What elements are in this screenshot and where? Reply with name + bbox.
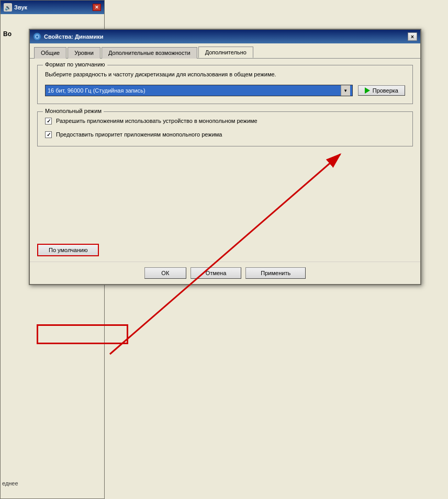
main-dialog: Свойства: Динамики × Общие Уровни Дополн…: [29, 29, 421, 285]
tab-levels[interactable]: Уровни: [68, 47, 100, 59]
apply-button[interactable]: Применить: [245, 267, 306, 279]
bg-side-text: Во: [3, 30, 12, 38]
dialog-title: Свойства: Динамики: [44, 33, 405, 40]
bg-titlebar: 🔊 Звук ✕: [1, 1, 104, 14]
bg-close-button[interactable]: ✕: [93, 4, 101, 11]
dialog-icon: [33, 32, 41, 41]
tab-general[interactable]: Общие: [34, 47, 66, 59]
format-select-text: 16 бит, 96000 Гц (Студийная запись): [48, 87, 341, 94]
default-button-area: По умолчанию: [30, 244, 420, 262]
test-button-label: Проверка: [373, 87, 398, 94]
format-description: Выберите разрядность и частоту дискретиз…: [45, 71, 405, 78]
monopoly-group-label: Монопольный режим: [43, 108, 104, 114]
play-icon: [365, 87, 370, 94]
format-group-label: Формат по умолчанию: [43, 61, 107, 67]
checkbox-row-1: Разрешить приложениям использовать устро…: [45, 117, 405, 125]
tab-advanced-features[interactable]: Дополнительные возможности: [102, 47, 197, 59]
checkbox-allow-exclusive-label: Разрешить приложениям использовать устро…: [56, 117, 257, 125]
spacer: [37, 154, 413, 237]
tabs-container: Общие Уровни Дополнительные возможности …: [30, 43, 420, 58]
test-button[interactable]: Проверка: [358, 85, 405, 96]
dialog-close-button[interactable]: ×: [408, 32, 417, 41]
checkbox-priority-exclusive[interactable]: [45, 131, 52, 138]
bg-bottom-text: еднее: [0, 478, 20, 489]
cancel-button[interactable]: Отмена: [191, 267, 241, 279]
format-row: 16 бит, 96000 Гц (Студийная запись) Пров…: [45, 85, 405, 96]
format-dropdown-arrow[interactable]: [341, 85, 350, 96]
checkbox-priority-exclusive-label: Предоставить приоритет приложениям моноп…: [56, 131, 222, 139]
dialog-titlebar: Свойства: Динамики ×: [30, 30, 420, 43]
monopoly-group-box: Монопольный режим Разрешить приложениям …: [37, 111, 413, 146]
bg-window-icon: 🔊: [4, 3, 12, 12]
dialog-footer: ОК Отмена Применить: [30, 262, 420, 284]
default-button[interactable]: По умолчанию: [37, 244, 99, 256]
checkbox-row-2: Предоставить приоритет приложениям моноп…: [45, 131, 405, 139]
bg-window-title: Звук: [14, 4, 91, 10]
ok-button[interactable]: ОК: [144, 267, 186, 279]
tab-additional[interactable]: Дополнительно: [198, 47, 253, 58]
checkbox-allow-exclusive[interactable]: [45, 118, 52, 124]
dialog-content: Формат по умолчанию Выберите разрядность…: [30, 58, 420, 244]
format-select-dropdown[interactable]: 16 бит, 96000 Гц (Студийная запись): [45, 85, 353, 96]
svg-point-2: [36, 36, 38, 38]
format-group-box: Формат по умолчанию Выберите разрядность…: [37, 65, 413, 104]
